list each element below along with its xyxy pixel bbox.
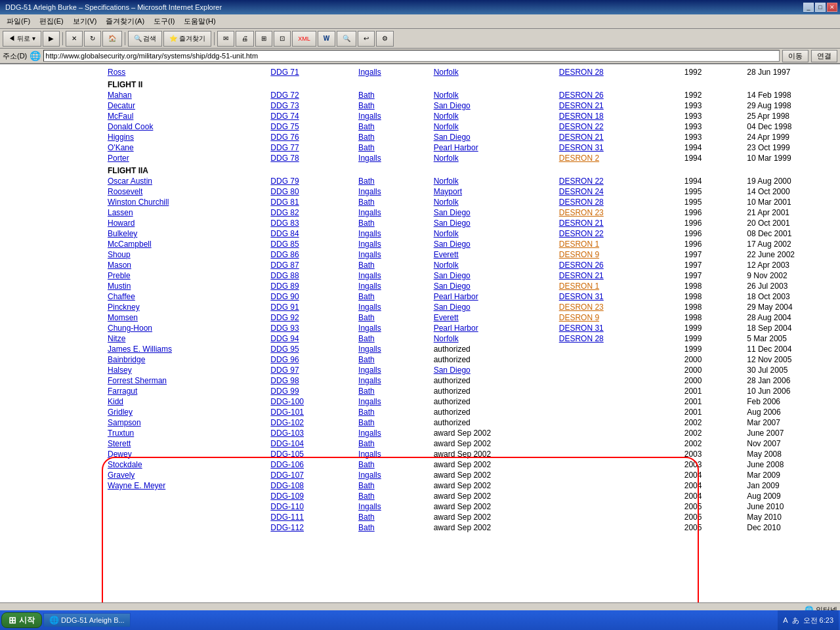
homeport-link[interactable]: San Diego (434, 219, 471, 228)
ship-name-link[interactable]: Nitze (108, 334, 125, 343)
ddg-link[interactable]: DDG-100 (270, 397, 304, 406)
back-button[interactable]: ◀ 뒤로 ▾ (3, 31, 41, 47)
ship-name-link[interactable]: Mahan (108, 91, 132, 100)
yard-link[interactable]: Ingalls (358, 376, 381, 385)
desron-link[interactable]: DESRON 28 (559, 68, 604, 77)
ddg-link[interactable]: DDG-108 (270, 481, 304, 490)
ddg-link[interactable]: DDG-112 (270, 523, 304, 532)
ship-name-link[interactable]: Roosevelt (108, 187, 142, 196)
ship-name-link[interactable]: Bainbridge (108, 355, 145, 364)
yard-link[interactable]: Bath (358, 177, 375, 186)
homeport-link[interactable]: Norfolk (434, 112, 459, 121)
yard-link[interactable]: Bath (358, 133, 375, 142)
desron-link[interactable]: DESRON 21 (559, 271, 604, 280)
ddg-link[interactable]: DDG-111 (270, 513, 304, 522)
ddg-link[interactable]: DDG-107 (270, 471, 304, 480)
ddg-link[interactable]: DDG 98 (270, 376, 299, 385)
homeport-link[interactable]: San Diego (434, 282, 471, 291)
ddg-link[interactable]: DDG 79 (270, 177, 299, 186)
homeport-link[interactable]: Pearl Harbor (434, 292, 478, 301)
refresh-button[interactable]: ↻ (84, 31, 101, 47)
yard-link[interactable]: Ingalls (358, 450, 381, 459)
ship-name-link[interactable]: Mustin (108, 282, 131, 291)
ship-name-link[interactable]: Bulkeley (108, 229, 137, 238)
homeport-link[interactable]: Norfolk (434, 177, 459, 186)
ship-name-link[interactable]: Stockdale (108, 460, 142, 469)
yard-link[interactable]: Bath (358, 334, 375, 343)
yard-link[interactable]: Bath (358, 219, 375, 228)
desron-link[interactable]: DESRON 18 (559, 112, 604, 121)
maximize-button[interactable]: □ (815, 3, 826, 12)
ddg-link[interactable]: DDG 81 (270, 198, 299, 207)
ddg-link[interactable]: DDG 92 (270, 313, 299, 322)
ddg-link[interactable]: DDG-110 (270, 502, 304, 511)
yard-link[interactable]: Bath (358, 261, 375, 270)
desron-link[interactable]: DESRON 22 (559, 122, 604, 131)
desron-link[interactable]: DESRON 26 (559, 261, 604, 270)
address-input[interactable] (43, 50, 780, 62)
homeport-link[interactable]: San Diego (434, 366, 471, 375)
ddg-link[interactable]: DDG 84 (270, 229, 299, 238)
ddg-link[interactable]: DDG-102 (270, 418, 304, 427)
ddg-link[interactable]: DDG-104 (270, 439, 304, 448)
print-button[interactable]: 🖨 (236, 31, 254, 47)
yard-link[interactable]: Ingalls (358, 471, 381, 480)
homeport-link[interactable]: Pearl Harbor (434, 143, 478, 152)
homeport-link[interactable]: San Diego (434, 133, 471, 142)
desron-link[interactable]: DESRON 28 (559, 334, 604, 343)
yard-link[interactable]: Bath (358, 122, 375, 131)
ddg-link[interactable]: DDG 91 (270, 303, 299, 312)
yard-link[interactable]: Ingalls (358, 240, 381, 249)
ddg-link[interactable]: DDG 94 (270, 334, 299, 343)
ddg-link[interactable]: DDG-109 (270, 492, 304, 501)
toolbar-btn-xml[interactable]: XML (292, 31, 316, 47)
ship-name-link[interactable]: Donald Cook (108, 122, 153, 131)
desron-link[interactable]: DESRON 21 (559, 219, 604, 228)
ship-name-link[interactable]: O'Kane (108, 143, 134, 152)
forward-button[interactable]: ▶ (43, 31, 60, 47)
ship-name-link[interactable]: Dewey (108, 450, 132, 459)
yard-link[interactable]: Bath (358, 143, 375, 152)
menu-favorites[interactable]: 즐겨찾기(A) (102, 15, 148, 28)
homeport-link[interactable]: Pearl Harbor (434, 324, 478, 333)
ddg-link[interactable]: DDG 87 (270, 261, 299, 270)
yard-link[interactable]: Bath (358, 492, 375, 501)
yard-link[interactable]: Bath (358, 292, 375, 301)
ddg-link[interactable]: DDG-105 (270, 450, 304, 459)
yard-link[interactable]: Bath (358, 418, 375, 427)
yard-link[interactable]: Bath (358, 355, 375, 364)
yard-link[interactable]: Bath (358, 460, 375, 469)
close-button[interactable]: ✕ (827, 3, 837, 12)
yard-link[interactable]: Ingalls (358, 345, 381, 354)
homeport-link[interactable]: Everett (434, 313, 459, 322)
desron-link[interactable]: DESRON 31 (559, 143, 604, 152)
ddg-link[interactable]: DDG-101 (270, 408, 304, 417)
homeport-link[interactable]: Norfolk (434, 68, 459, 77)
ddg-link[interactable]: DDG 82 (270, 208, 299, 217)
ship-name-link[interactable]: Higgins (108, 133, 134, 142)
ddg-link[interactable]: DDG 73 (270, 101, 299, 110)
ship-name-link[interactable]: Sterett (108, 439, 131, 448)
menu-tools[interactable]: 도구(I) (150, 15, 178, 28)
ddg-link[interactable]: DDG 89 (270, 282, 299, 291)
ship-name-link[interactable]: Truxtun (108, 429, 134, 438)
ship-name-link[interactable]: Chung-Hoon (108, 324, 152, 333)
desron-link[interactable]: DESRON 22 (559, 177, 604, 186)
ship-name-link[interactable]: Chaffee (108, 292, 135, 301)
desron-link[interactable]: DESRON 31 (559, 292, 604, 301)
desron-link[interactable]: DESRON 1 (559, 282, 599, 291)
desron-link[interactable]: DESRON 28 (559, 198, 604, 207)
window-controls[interactable]: _ □ ✕ (803, 3, 837, 12)
homeport-link[interactable]: San Diego (434, 271, 471, 280)
toolbar-btn-2[interactable]: ⊡ (274, 31, 291, 47)
desron-link[interactable]: DESRON 26 (559, 91, 604, 100)
homeport-link[interactable]: Norfolk (434, 91, 459, 100)
ddg-link[interactable]: DDG 96 (270, 355, 299, 364)
mail-button[interactable]: ✉ (217, 31, 234, 47)
homeport-link[interactable]: Norfolk (434, 261, 459, 270)
menu-help[interactable]: 도움말(H) (180, 15, 219, 28)
ddg-link[interactable]: DDG 75 (270, 122, 299, 131)
yard-link[interactable]: Ingalls (358, 429, 381, 438)
toolbar-btn-3[interactable]: 🔍 (337, 31, 356, 47)
desron-link[interactable]: DESRON 1 (559, 240, 599, 249)
